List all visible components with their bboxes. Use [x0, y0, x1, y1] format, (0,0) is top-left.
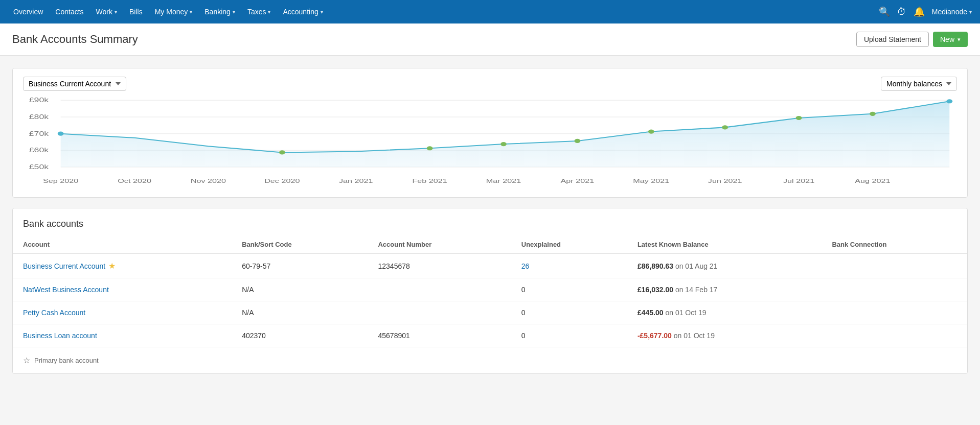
- chart-fill: [61, 101, 950, 167]
- chart-header: Business Current Account Monthly balance…: [13, 68, 967, 95]
- nav-chevron-banking: ▾: [233, 9, 235, 15]
- primary-star-icon: ☆: [23, 356, 30, 365]
- nav-item-accounting[interactable]: Accounting ▾: [278, 0, 328, 23]
- cell-account-name: NatWest Business Account: [13, 278, 232, 301]
- cell-account-number: 12345678: [368, 254, 511, 278]
- nav-left: Overview Contacts Work ▾ Bills My Money …: [8, 0, 328, 23]
- cell-bank-connection: [822, 278, 967, 301]
- primary-label: Primary bank account: [34, 357, 99, 364]
- nav-label-contacts: Contacts: [55, 8, 83, 16]
- cell-unexplained: 0: [511, 278, 627, 301]
- balance-amount: £86,890.63: [637, 262, 673, 270]
- cell-sort-code: 402370: [232, 324, 368, 347]
- account-name-link[interactable]: Business Loan account: [23, 332, 97, 340]
- balance-date: on 01 Oct 19: [672, 332, 715, 340]
- svg-text:May 2021: May 2021: [633, 177, 669, 184]
- col-connection: Bank Connection: [822, 235, 967, 254]
- view-selector[interactable]: Monthly balances: [881, 77, 957, 91]
- table-header: Account Bank/Sort Code Account Number Un…: [13, 235, 967, 254]
- svg-text:£90k: £90k: [29, 97, 49, 104]
- nav-item-mymoney[interactable]: My Money ▾: [150, 0, 198, 23]
- chart-dot: [279, 150, 285, 154]
- chart-dot: [796, 116, 802, 120]
- balance-date: on 01 Aug 21: [673, 262, 717, 270]
- svg-text:Dec 2020: Dec 2020: [264, 177, 300, 184]
- upload-statement-button[interactable]: Upload Statement: [856, 32, 929, 47]
- balance-amount: -£5,677.00: [637, 332, 672, 340]
- cell-bank-connection: [822, 324, 967, 347]
- bank-accounts-card: Bank accounts Account Bank/Sort Code Acc…: [12, 208, 968, 374]
- nav-label-mymoney: My Money: [155, 8, 188, 16]
- col-account-number: Account Number: [368, 235, 511, 254]
- chart-card: Business Current Account Monthly balance…: [12, 68, 968, 198]
- nav-chevron-taxes: ▾: [268, 9, 270, 15]
- table-row: Petty Cash AccountN/A0£445.00 on 01 Oct …: [13, 301, 967, 324]
- svg-text:Apr 2021: Apr 2021: [561, 177, 595, 184]
- chart-dot: [946, 99, 952, 103]
- nav-item-work[interactable]: Work ▾: [91, 0, 122, 23]
- unexplained-link[interactable]: 26: [521, 262, 530, 270]
- cell-balance: -£5,677.00 on 01 Oct 19: [627, 324, 822, 347]
- main-content: Business Current Account Monthly balance…: [0, 56, 980, 396]
- account-name-link[interactable]: NatWest Business Account: [23, 286, 109, 294]
- accounts-table: Account Bank/Sort Code Account Number Un…: [13, 235, 967, 347]
- account-name-link[interactable]: Business Current Account: [23, 262, 105, 270]
- svg-text:£50k: £50k: [29, 163, 49, 171]
- chart-dot: [575, 139, 581, 143]
- timer-icon[interactable]: ⏱: [897, 7, 906, 17]
- new-button-chevron: ▾: [958, 36, 961, 43]
- balance-amount: £445.00: [637, 309, 664, 317]
- navbar: Overview Contacts Work ▾ Bills My Money …: [0, 0, 980, 23]
- svg-text:£60k: £60k: [29, 147, 49, 154]
- nav-label-work: Work: [96, 8, 112, 16]
- chart-area: £90k £80k £70k £60k £50k: [13, 95, 967, 197]
- nav-chevron-work: ▾: [115, 9, 117, 15]
- new-button[interactable]: New ▾: [933, 32, 968, 47]
- bell-icon[interactable]: 🔔: [914, 6, 925, 17]
- account-selector[interactable]: Business Current Account: [23, 77, 126, 91]
- cell-sort-code: 60-79-57: [232, 254, 368, 278]
- nav-right: 🔍 ⏱ 🔔 Medianode ▾: [879, 6, 972, 17]
- nav-chevron-mymoney: ▾: [190, 9, 192, 15]
- page-header: Bank Accounts Summary Upload Statement N…: [0, 23, 980, 56]
- svg-text:Sep 2020: Sep 2020: [43, 177, 79, 184]
- svg-text:Nov 2020: Nov 2020: [191, 177, 226, 184]
- cell-unexplained: 0: [511, 301, 627, 324]
- cell-account-number: 45678901: [368, 324, 511, 347]
- cell-account-name: Business Current Account★: [13, 254, 232, 278]
- svg-text:£70k: £70k: [29, 130, 49, 137]
- svg-text:Feb 2021: Feb 2021: [412, 177, 447, 184]
- col-balance: Latest Known Balance: [627, 235, 822, 254]
- chart-dot: [500, 142, 507, 146]
- nav-label-overview: Overview: [13, 8, 43, 16]
- nav-item-overview[interactable]: Overview: [8, 0, 48, 23]
- nav-chevron-accounting: ▾: [321, 9, 323, 15]
- nav-item-contacts[interactable]: Contacts: [50, 0, 88, 23]
- cell-account-name: Business Loan account: [13, 324, 232, 347]
- nav-item-banking[interactable]: Banking ▾: [199, 0, 240, 23]
- svg-text:£80k: £80k: [29, 113, 49, 121]
- nav-label-accounting: Accounting: [283, 8, 318, 16]
- account-name-link[interactable]: Petty Cash Account: [23, 309, 85, 317]
- balance-amount: £16,032.00: [637, 286, 673, 294]
- nav-item-taxes[interactable]: Taxes ▾: [242, 0, 276, 23]
- nav-item-bills[interactable]: Bills: [124, 0, 148, 23]
- svg-text:Aug 2021: Aug 2021: [855, 177, 891, 184]
- cell-balance: £445.00 on 01 Oct 19: [627, 301, 822, 324]
- cell-sort-code: N/A: [232, 301, 368, 324]
- svg-text:Jun 2021: Jun 2021: [708, 177, 742, 184]
- chart-dot: [427, 146, 433, 150]
- table-row: Business Loan account402370456789010-£5,…: [13, 324, 967, 347]
- balance-date: on 01 Oct 19: [664, 309, 706, 317]
- search-icon[interactable]: 🔍: [879, 6, 890, 17]
- chart-dot: [722, 125, 728, 129]
- cell-bank-connection: [822, 301, 967, 324]
- cell-balance: £86,890.63 on 01 Aug 21: [627, 254, 822, 278]
- accounts-tbody: Business Current Account★60-79-571234567…: [13, 254, 967, 347]
- user-menu[interactable]: Medianode ▾: [932, 8, 972, 16]
- user-chevron: ▾: [969, 9, 972, 15]
- cell-account-number: [368, 278, 511, 301]
- svg-text:Jul 2021: Jul 2021: [783, 177, 815, 184]
- chart-svg: £90k £80k £70k £60k £50k: [23, 95, 957, 189]
- cell-unexplained: 26: [511, 254, 627, 278]
